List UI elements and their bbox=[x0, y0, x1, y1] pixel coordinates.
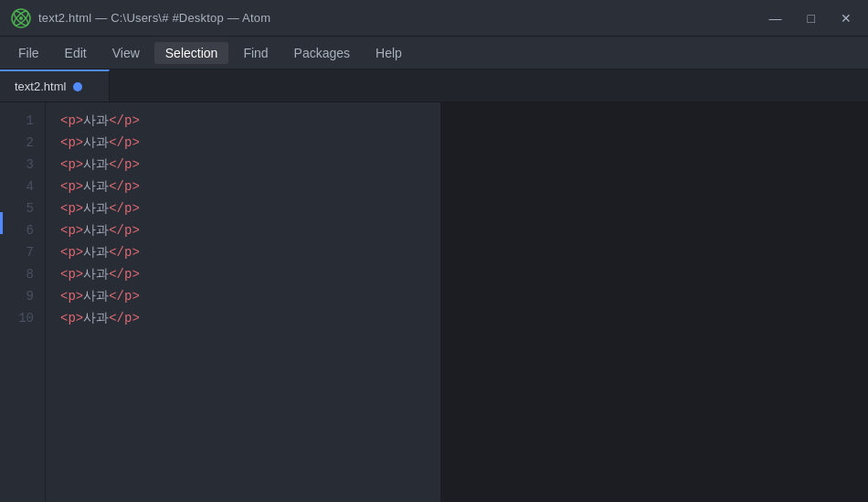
code-line-10: <p>사과</p> bbox=[60, 307, 440, 329]
line-number-7: 7 bbox=[0, 241, 45, 263]
line-number-8: 8 bbox=[0, 263, 45, 285]
editor[interactable]: 1 2 3 4 5 6 7 8 9 10 <p>사과</p> <p>사과</p>… bbox=[0, 102, 868, 502]
code-line-3: <p>사과</p> bbox=[60, 154, 440, 176]
right-panel bbox=[440, 102, 868, 502]
close-button[interactable]: ✕ bbox=[835, 9, 857, 27]
active-line-indicator bbox=[0, 212, 3, 234]
tab-label: text2.html bbox=[15, 80, 66, 93]
window-title: text2.html — C:\Users\# #Desktop — Atom bbox=[38, 11, 270, 25]
line-number-6: 6 bbox=[0, 219, 45, 241]
atom-icon bbox=[11, 8, 31, 28]
maximize-button[interactable]: □ bbox=[802, 9, 820, 27]
menu-view[interactable]: View bbox=[101, 42, 151, 64]
menu-edit[interactable]: Edit bbox=[54, 42, 98, 64]
menu-bar: File Edit View Selection Find Packages H… bbox=[0, 37, 868, 69]
line-number-10: 10 bbox=[0, 307, 45, 329]
line-number-5: 5 bbox=[0, 198, 45, 219]
code-line-2: <p>사과</p> bbox=[60, 132, 440, 154]
line-numbers: 1 2 3 4 5 6 7 8 9 10 bbox=[0, 102, 46, 502]
code-line-4: <p>사과</p> bbox=[60, 176, 440, 198]
menu-packages[interactable]: Packages bbox=[283, 42, 361, 64]
menu-selection[interactable]: Selection bbox=[154, 42, 229, 64]
svg-point-3 bbox=[19, 16, 23, 20]
code-area[interactable]: <p>사과</p> <p>사과</p> <p>사과</p> <p>사과</p> … bbox=[46, 102, 440, 502]
menu-help[interactable]: Help bbox=[365, 42, 413, 64]
line-number-3: 3 bbox=[0, 154, 45, 176]
title-left: text2.html — C:\Users\# #Desktop — Atom bbox=[11, 8, 270, 28]
tab-modified-indicator bbox=[73, 82, 82, 91]
minimize-button[interactable]: — bbox=[764, 9, 788, 27]
line-number-4: 4 bbox=[0, 176, 45, 198]
window-controls[interactable]: — □ ✕ bbox=[764, 9, 857, 27]
line-number-9: 9 bbox=[0, 285, 45, 307]
code-line-6: <p>사과</p> bbox=[60, 219, 440, 241]
title-bar: text2.html — C:\Users\# #Desktop — Atom … bbox=[0, 0, 868, 37]
line-number-1: 1 bbox=[0, 110, 45, 132]
line-number-2: 2 bbox=[0, 132, 45, 154]
code-line-9: <p>사과</p> bbox=[60, 285, 440, 307]
tab-text2html[interactable]: text2.html bbox=[0, 69, 110, 101]
menu-find[interactable]: Find bbox=[232, 42, 279, 64]
code-line-8: <p>사과</p> bbox=[60, 263, 440, 285]
code-line-5: <p>사과</p> bbox=[60, 198, 440, 219]
tab-bar: text2.html bbox=[0, 69, 868, 102]
code-line-1: <p>사과</p> bbox=[60, 110, 440, 132]
code-line-7: <p>사과</p> bbox=[60, 241, 440, 263]
menu-file[interactable]: File bbox=[7, 42, 50, 64]
